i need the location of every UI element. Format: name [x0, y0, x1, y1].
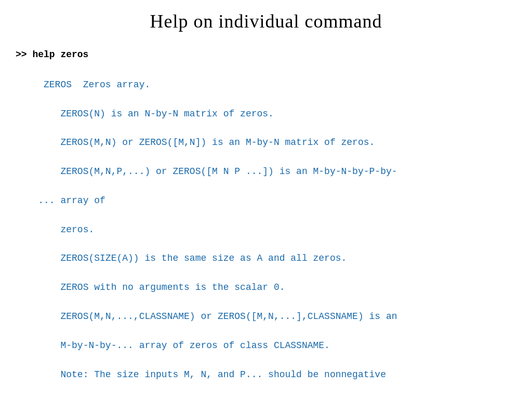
- help-line-7: ZEROS with no arguments is the scalar 0.: [38, 282, 285, 292]
- page-title: Help on individual command: [16, 10, 516, 32]
- help-line-9: M-by-N-by-... array of zeros of class CL…: [38, 340, 330, 351]
- help-line-5: zeros.: [38, 224, 94, 235]
- help-content: >> help zeros ZEROS Zeros array. ZEROS(N…: [16, 48, 516, 399]
- prompt-symbol: >> help zeros: [16, 49, 88, 60]
- help-line-2: ZEROS(M,N) or ZEROS([M,N]) is an M-by-N …: [38, 137, 375, 148]
- prompt-line: >> help zeros: [16, 48, 516, 62]
- zeros-header: ZEROS Zeros array.: [38, 79, 150, 90]
- help-text: ZEROS Zeros array. ZEROS(N) is an N-by-N…: [16, 63, 516, 399]
- help-line-3: ZEROS(M,N,P,...) or ZEROS([M N P ...]) i…: [38, 166, 397, 177]
- help-line-10: Note: The size inputs M, N, and P... sho…: [38, 369, 386, 380]
- help-line-8: ZEROS(M,N,...,CLASSNAME) or ZEROS([M,N,.…: [38, 311, 397, 322]
- help-line-1: ZEROS(N) is an N-by-N matrix of zeros.: [38, 109, 274, 119]
- help-line-6: ZEROS(SIZE(A)) is the same size as A and…: [38, 253, 347, 263]
- help-line-4: ... array of: [38, 195, 105, 206]
